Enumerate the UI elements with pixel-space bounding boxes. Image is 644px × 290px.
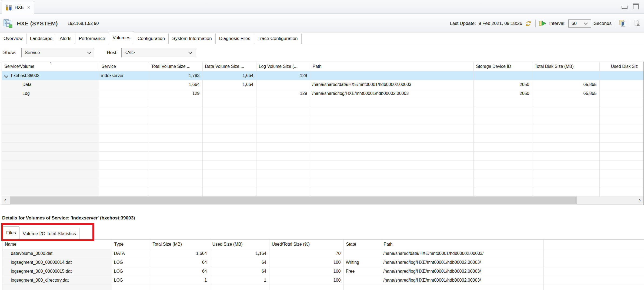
chevron-down-icon (188, 50, 192, 54)
sort-ascending-icon: ^ (55, 240, 57, 243)
system-address: 192.168.1.52 90 (68, 21, 99, 26)
column-header-used-disk-siz[interactable]: Used Disk Siz (599, 62, 644, 71)
empty-row (2, 98, 644, 107)
minimize-icon[interactable] (622, 6, 628, 9)
expand-collapse-icon[interactable] (4, 74, 8, 78)
empty-row (2, 134, 644, 143)
tab-diagnosis-files[interactable]: Diagnosis Files (216, 34, 254, 44)
details-tab-bar: FilesVolume I/O Total Statistics (3, 226, 79, 239)
view-controls (622, 4, 639, 9)
refresh-icon[interactable] (525, 20, 532, 27)
export-disabled-icon[interactable] (633, 20, 641, 27)
details-heading: Details for Volumes of Service: 'indexse… (2, 215, 135, 221)
interval-value: 60 (572, 21, 577, 26)
last-update-label: Last Update: (450, 21, 476, 26)
system-icon (3, 19, 13, 28)
tab-alerts[interactable]: Alerts (56, 34, 75, 44)
column-header-data-volume-size[interactable]: Data Volume Size ... (202, 62, 256, 71)
column-header-blank[interactable] (543, 240, 644, 249)
empty-row (2, 107, 644, 116)
separator (535, 20, 536, 27)
host-label: Host: (107, 50, 118, 55)
column-header-log-volume-size[interactable]: Log Volume Size (... (256, 62, 310, 71)
column-header-service-volume[interactable]: Service/Volume^ (2, 62, 99, 71)
scroll-right-icon[interactable]: › (639, 197, 641, 203)
hana-studio-window: { "window": { "editor_tab": "HXE", "titl… (0, 0, 644, 290)
cell-label: datavolume_0000.dat (11, 251, 52, 256)
tab-volumes[interactable]: Volumes (109, 32, 134, 44)
header-row: Name^TypeTotal Size (MB)Used Size (MB)Us… (2, 240, 644, 249)
column-header-total-disk-size-mb[interactable]: Total Disk Size (MB) (532, 62, 599, 71)
files-table: Name^TypeTotal Size (MB)Used Size (MB)Us… (2, 239, 644, 290)
empty-row (2, 116, 644, 125)
copy-table-icon[interactable] (619, 20, 626, 27)
table-row[interactable]: logsegment_000_directory.datLOG11100/han… (2, 276, 644, 285)
chevron-down-icon (584, 21, 588, 25)
host-select[interactable]: <All> (121, 48, 195, 57)
table-row[interactable]: datavolume_0000.datDATA1,6641,16470/hana… (2, 249, 644, 258)
scroll-left-icon[interactable]: ‹ (4, 197, 6, 203)
header-row: Service/Volume^ServiceTotal Volume Size … (2, 62, 644, 71)
title-cluster: HXE (SYSTEM) 192.168.1.52 90 (3, 14, 99, 33)
show-label: Show: (3, 50, 16, 55)
column-header-used-size-mb[interactable]: Used Size (MB) (210, 240, 269, 249)
cell-label: Data (22, 82, 32, 87)
cell-label: logsegment_000_directory.dat (11, 278, 69, 282)
volumes-table: Service/Volume^ServiceTotal Volume Size … (2, 62, 644, 196)
chevron-down-icon (87, 50, 91, 54)
close-icon[interactable]: ✕ (27, 5, 31, 10)
maximize-icon[interactable] (633, 4, 639, 9)
tab-trace-configuration[interactable]: Trace Configuration (254, 34, 302, 44)
empty-row (2, 152, 644, 161)
column-header-name[interactable]: Name^ (2, 240, 112, 249)
filter-row: Show: Service Host: <All> (0, 44, 644, 62)
cell-label: logsegment_000_00000015.dat (11, 269, 72, 274)
cell-label: hxehost:39003 (11, 73, 39, 78)
horizontal-scrollbar[interactable]: ‹ › (2, 196, 644, 205)
empty-row (2, 178, 644, 187)
tab-configuration[interactable]: Configuration (134, 34, 169, 44)
column-header-storage-device-id[interactable]: Storage Device ID (473, 62, 532, 71)
column-header-total-size-mb[interactable]: Total Size (MB) (150, 240, 210, 249)
detail-tab-volume-i-o-total-statistics[interactable]: Volume I/O Total Statistics (19, 228, 79, 239)
detail-tab-files[interactable]: Files (3, 226, 19, 239)
empty-row (2, 285, 644, 290)
table-row[interactable]: logsegment_000_00000014.datLOG6464100Wri… (2, 258, 644, 267)
interval-select[interactable]: 60 (568, 19, 591, 28)
tab-landscape[interactable]: Landscape (26, 34, 56, 44)
tab-overview[interactable]: Overview (0, 34, 26, 44)
interval-label: Interval: (549, 21, 565, 26)
column-header-path[interactable]: Path (310, 62, 473, 71)
separator (615, 20, 615, 27)
cell-label: logsegment_000_00000014.dat (11, 260, 72, 265)
editor-tab-hxe[interactable]: HXE ✕ (2, 1, 34, 14)
show-select[interactable]: Service (21, 48, 94, 57)
show-value: Service (25, 50, 40, 55)
editor-tab-strip: HXE ✕ (0, 0, 644, 14)
empty-row (2, 125, 644, 134)
sort-ascending-icon: ^ (50, 62, 52, 65)
table-row[interactable]: Log129129/hana/shared/log/HXE/mnt00001/h… (2, 89, 644, 98)
column-header-used-total-size[interactable]: Used/Total Size (%) (269, 240, 343, 249)
resume-refresh-icon[interactable] (539, 21, 546, 26)
interval-unit-label: Seconds (594, 21, 612, 26)
tab-system-information[interactable]: System Information (169, 34, 215, 44)
host-value: <All> (125, 50, 135, 55)
column-header-path[interactable]: Path (381, 240, 543, 249)
column-header-service[interactable]: Service (99, 62, 149, 71)
separator (630, 20, 630, 27)
last-update-value: 9 Feb 2021, 09:18:26 (479, 21, 522, 26)
column-header-total-volume-size[interactable]: Total Volume Size ... (149, 62, 202, 71)
empty-row (2, 169, 644, 178)
refresh-cluster: Last Update: 9 Feb 2021, 09:18:26 Interv… (450, 14, 641, 33)
table-row[interactable]: logsegment_000_00000015.datLOG6464100Fre… (2, 267, 644, 276)
page-title: HXE (SYSTEM) (17, 20, 58, 27)
empty-row (2, 161, 644, 169)
table-row[interactable]: hxehost:39003indexserver1,7931,664129 (2, 71, 644, 80)
tab-performance[interactable]: Performance (75, 34, 109, 44)
column-header-type[interactable]: Type (112, 240, 150, 249)
system-header-bar: HXE (SYSTEM) 192.168.1.52 90 Last Update… (0, 14, 644, 33)
column-header-state[interactable]: State (343, 240, 381, 249)
scrollbar-thumb[interactable] (10, 196, 577, 204)
table-row[interactable]: Data1,6641,664/hana/shared/data/HXE/mnt0… (2, 80, 644, 89)
